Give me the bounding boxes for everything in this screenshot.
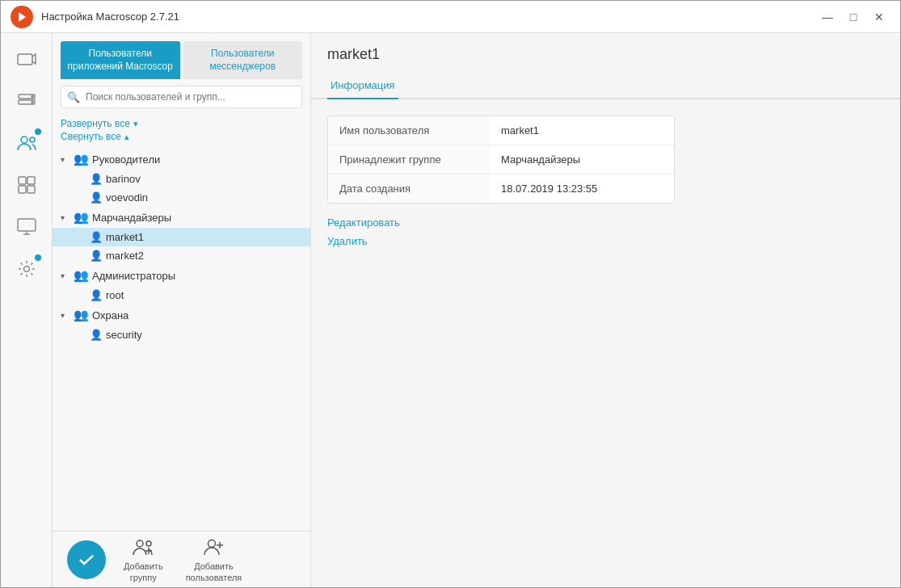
tree-container: ▾ 👥 Руководители 👤 barinov 👤 voevodin ▾ [53, 145, 310, 531]
sidebar-item-layout[interactable] [7, 166, 46, 204]
expand-controls: Развернуть все ▾ Свернуть все ▴ [53, 115, 310, 145]
svg-marker-0 [19, 12, 26, 22]
action-links: Редактировать Удалить [327, 216, 884, 247]
user-item-barinov[interactable]: 👤 barinov [53, 170, 310, 188]
chevron-icon: ▾ [61, 155, 70, 164]
user-item-market2[interactable]: 👤 market2 [53, 246, 310, 265]
group-item-ohrana[interactable]: ▾ 👥 Охрана [53, 304, 310, 326]
add-user-label: Добавить пользователя [186, 561, 242, 582]
edit-link[interactable]: Редактировать [327, 216, 884, 229]
user-icon: 👤 [90, 231, 103, 243]
user-icon: 👤 [90, 250, 103, 262]
detail-panel: market1 Информация Имя пользователя mark… [311, 33, 900, 587]
svg-point-17 [146, 541, 151, 546]
collapse-all-link[interactable]: Свернуть все ▴ [61, 131, 302, 142]
detail-title: market1 [327, 46, 884, 63]
svg-rect-9 [27, 177, 35, 184]
chevron-icon: ▾ [61, 271, 70, 280]
bottom-toolbar: Добавить группу Добавить пользователя [53, 531, 310, 587]
username-label: Имя пользователя [328, 116, 490, 145]
delete-link[interactable]: Удалить [327, 235, 884, 247]
user-icon: 👤 [90, 329, 103, 341]
svg-point-16 [137, 540, 143, 547]
svg-rect-12 [18, 219, 36, 231]
svg-rect-1 [18, 54, 32, 65]
window-title: Настройка Macroscop 2.7.21 [41, 10, 816, 23]
svg-rect-8 [19, 177, 26, 184]
group-users-icon: 👥 [74, 210, 89, 225]
users-panel: Пользователи приложений Macroscop Пользо… [53, 33, 311, 587]
tab-app-users[interactable]: Пользователи приложений Macroscop [61, 41, 180, 79]
info-row-username: Имя пользователя market1 [328, 116, 674, 145]
created-value: 18.07.2019 13:23:55 [490, 174, 674, 203]
settings-badge [35, 254, 41, 261]
close-button[interactable]: ✕ [868, 7, 890, 27]
sidebar-item-monitor[interactable] [7, 208, 46, 246]
detail-header: market1 [311, 33, 900, 73]
detail-tabs: Информация [311, 73, 900, 99]
created-label: Дата создания [328, 174, 490, 203]
username-value: market1 [490, 116, 674, 145]
user-item-security[interactable]: 👤 security [53, 326, 310, 344]
user-icon: 👤 [90, 289, 103, 301]
svg-point-15 [23, 267, 29, 272]
titlebar: Настройка Macroscop 2.7.21 — □ ✕ [1, 1, 900, 33]
users-tabs: Пользователи приложений Macroscop Пользо… [53, 33, 310, 79]
info-row-group: Принадлежит группе Марчандайзеры [328, 145, 674, 174]
svg-rect-11 [27, 186, 35, 193]
sidebar-item-servers[interactable] [7, 82, 46, 120]
sidebar-item-cameras[interactable] [7, 40, 46, 78]
svg-point-5 [32, 102, 33, 103]
svg-point-6 [21, 136, 27, 143]
minimize-button[interactable]: — [816, 7, 839, 27]
tab-messenger-users[interactable]: Пользователи мессенджеров [183, 41, 303, 79]
chevron-icon: ▾ [61, 213, 70, 222]
user-icon: 👤 [90, 191, 103, 204]
main-window: Настройка Macroscop 2.7.21 — □ ✕ [0, 0, 901, 588]
svg-point-4 [32, 96, 33, 98]
info-table: Имя пользователя market1 Принадлежит гру… [327, 116, 675, 204]
user-item-voevodin[interactable]: 👤 voevodin [53, 188, 310, 207]
main-content: Пользователи приложений Macroscop Пользо… [1, 33, 900, 587]
group-value: Марчандайзеры [490, 145, 674, 174]
group-users-icon: 👥 [74, 268, 89, 283]
user-item-root[interactable]: 👤 root [53, 286, 310, 304]
group-item-rukovoditeli[interactable]: ▾ 👥 Руководители [53, 149, 310, 170]
confirm-button[interactable] [67, 540, 106, 579]
app-logo [11, 6, 33, 28]
svg-point-20 [208, 540, 216, 548]
expand-all-link[interactable]: Развернуть все ▾ [61, 118, 302, 129]
users-badge [35, 128, 41, 135]
sidebar-item-users[interactable] [7, 124, 46, 162]
add-group-label: Добавить группу [124, 561, 163, 582]
chevron-down-icon: ▾ [133, 119, 138, 129]
group-users-icon: 👥 [74, 152, 89, 166]
sidebar-item-settings[interactable] [7, 250, 46, 288]
info-row-created: Дата создания 18.07.2019 13:23:55 [328, 174, 674, 203]
svg-rect-10 [19, 186, 26, 193]
chevron-up-icon: ▴ [124, 132, 129, 142]
user-icon: 👤 [90, 173, 103, 185]
group-item-marchandajzery[interactable]: ▾ 👥 Марчандайзеры [53, 207, 310, 228]
group-item-administratory[interactable]: ▾ 👥 Администраторы [53, 265, 310, 286]
chevron-icon: ▾ [61, 311, 70, 320]
search-icon: 🔍 [67, 91, 80, 103]
maximize-button[interactable]: □ [842, 7, 865, 27]
add-group-button[interactable]: Добавить группу [112, 531, 175, 587]
group-users-icon: 👥 [74, 308, 89, 322]
detail-body: Имя пользователя market1 Принадлежит гру… [311, 99, 900, 587]
window-controls: — □ ✕ [816, 7, 890, 27]
add-user-button[interactable]: Добавить пользователя [175, 531, 254, 587]
group-label: Принадлежит группе [328, 145, 490, 174]
svg-point-7 [30, 137, 35, 142]
user-item-market1[interactable]: 👤 market1 [53, 228, 310, 246]
tab-information[interactable]: Информация [327, 73, 398, 99]
search-input[interactable] [61, 86, 302, 108]
search-box: 🔍 [61, 86, 302, 108]
sidebar-icons [1, 33, 53, 587]
